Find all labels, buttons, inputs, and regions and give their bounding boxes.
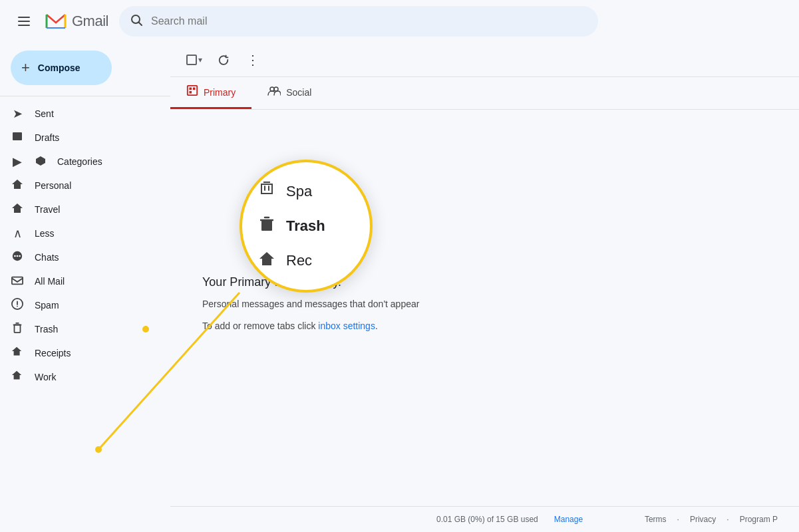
sidebar-label-chats: Chats <box>35 252 59 263</box>
sent-icon: ➤ <box>11 106 24 121</box>
svg-point-30 <box>270 87 274 91</box>
zoom-spam-label: Spa <box>286 183 312 200</box>
work-icon <box>11 370 24 385</box>
sidebar-label-categories: Categories <box>57 156 102 167</box>
svg-rect-1 <box>18 21 30 22</box>
svg-point-14 <box>14 255 16 257</box>
select-all-button[interactable]: ▾ <box>181 47 208 73</box>
sidebar-item-less[interactable]: ∧ Less <box>0 221 160 245</box>
sidebar-item-sent[interactable]: ➤ Sent <box>0 102 160 126</box>
svg-rect-26 <box>188 86 197 95</box>
svg-rect-29 <box>190 91 192 94</box>
search-input[interactable] <box>151 15 587 27</box>
zoom-trash-icon <box>258 215 275 237</box>
top-bar: Gmail <box>0 0 799 43</box>
sidebar-item-personal[interactable]: Personal <box>0 174 160 198</box>
tab-primary-label: Primary <box>204 87 236 98</box>
sidebar-label-receipts: Receipts <box>35 348 71 358</box>
chevron-down-icon: ▾ <box>198 55 202 65</box>
sidebar-item-travel[interactable]: Travel <box>0 198 160 221</box>
svg-rect-0 <box>18 17 30 18</box>
svg-point-15 <box>17 255 19 257</box>
tab-social[interactable]: Social <box>251 77 327 109</box>
trash-icon <box>11 322 24 337</box>
sidebar-item-chats[interactable]: Chats <box>0 245 160 269</box>
spam-icon <box>11 298 24 313</box>
svg-point-16 <box>19 255 21 257</box>
svg-rect-17 <box>12 277 23 284</box>
svg-rect-21 <box>15 325 21 332</box>
storage-text: 0.01 GB (0%) of 15 GB used <box>436 515 538 524</box>
sidebar-label-all-mail: All Mail <box>35 276 65 287</box>
menu-icon[interactable] <box>11 8 37 35</box>
svg-line-8 <box>138 22 142 25</box>
more-icon: ⋮ <box>246 52 260 68</box>
svg-rect-27 <box>190 88 192 90</box>
empty-state-description: Personal messages and messages that don'… <box>202 297 767 311</box>
zoom-item-spam: Spa <box>255 174 357 209</box>
manage-link[interactable]: Manage <box>554 515 583 524</box>
gmail-text-label: Gmail <box>72 13 108 30</box>
cta-end: . <box>375 321 378 331</box>
sidebar-label-sent: Sent <box>35 108 54 119</box>
chevron-up-icon: ∧ <box>11 226 24 241</box>
sidebar-item-work[interactable]: Work <box>0 365 160 389</box>
sidebar-item-trash[interactable]: Trash <box>0 317 160 341</box>
svg-rect-35 <box>261 220 272 231</box>
program-link[interactable]: Program P <box>740 515 778 524</box>
compose-plus-icon: + <box>21 59 30 76</box>
svg-marker-12 <box>12 203 23 213</box>
privacy-link[interactable]: Privacy <box>690 515 716 524</box>
categories-icon: ▶ <box>11 154 24 169</box>
receipts-icon <box>11 346 24 361</box>
svg-marker-11 <box>12 180 23 189</box>
categories-label-icon2 <box>35 155 47 169</box>
footer-sep-1: · <box>677 515 679 524</box>
sidebar-label-personal: Personal <box>35 180 71 191</box>
sidebar-item-drafts[interactable]: Drafts <box>0 126 160 150</box>
sidebar-label-spam: Spam <box>35 300 59 311</box>
main-content: ▾ ⋮ <box>170 43 799 532</box>
zoom-item-trash: Trash <box>255 209 357 243</box>
primary-tab-icon <box>186 84 198 100</box>
gmail-logo: Gmail <box>43 8 108 35</box>
inbox-settings-link[interactable]: inbox settings <box>318 321 375 331</box>
sidebar-label-travel: Travel <box>35 204 60 215</box>
svg-marker-24 <box>12 346 21 355</box>
terms-link[interactable]: Terms <box>645 515 667 524</box>
sidebar-item-all-mail[interactable]: All Mail <box>0 269 160 293</box>
social-tab-icon <box>267 85 281 99</box>
svg-rect-2 <box>18 25 30 26</box>
compose-label: Compose <box>38 63 80 73</box>
sidebar-label-less: Less <box>35 228 55 239</box>
zoom-item-receipts: Rec <box>255 243 357 278</box>
toolbar: ▾ ⋮ <box>170 43 799 77</box>
sidebar-item-spam[interactable]: Spam <box>0 293 160 317</box>
footer-sep-2: · <box>726 515 728 524</box>
sidebar-label-drafts: Drafts <box>35 132 59 143</box>
body-layout: + Compose ➤ Sent Drafts ▶ C <box>0 43 799 532</box>
more-options-button[interactable]: ⋮ <box>240 47 266 73</box>
zoom-trash-label: Trash <box>286 217 325 235</box>
sidebar-label-trash: Trash <box>35 324 58 334</box>
zoom-spam-icon <box>258 181 275 202</box>
footer: 0.01 GB (0%) of 15 GB used Manage Terms … <box>170 506 799 532</box>
svg-point-31 <box>274 87 278 91</box>
footer-links: Terms · Privacy · Program P <box>645 515 788 524</box>
zoom-overlay: Spa Trash Rec <box>240 160 373 293</box>
sidebar-item-receipts[interactable]: Receipts <box>0 341 160 365</box>
compose-button[interactable]: + Compose <box>11 51 112 85</box>
sidebar-label-work: Work <box>35 372 56 382</box>
refresh-button[interactable] <box>210 47 237 73</box>
travel-icon <box>11 202 24 217</box>
svg-rect-28 <box>193 88 196 90</box>
drafts-icon <box>11 130 24 146</box>
empty-state: Your Primary tab is empty. Personal mess… <box>170 110 799 506</box>
search-icon <box>130 13 143 30</box>
search-bar[interactable] <box>119 6 598 37</box>
svg-marker-38 <box>259 252 274 265</box>
cta-text: To add or remove tabs click <box>202 321 318 331</box>
tab-primary[interactable]: Primary <box>170 77 251 109</box>
svg-marker-10 <box>36 156 45 166</box>
sidebar-item-categories[interactable]: ▶ Categories <box>0 150 160 174</box>
